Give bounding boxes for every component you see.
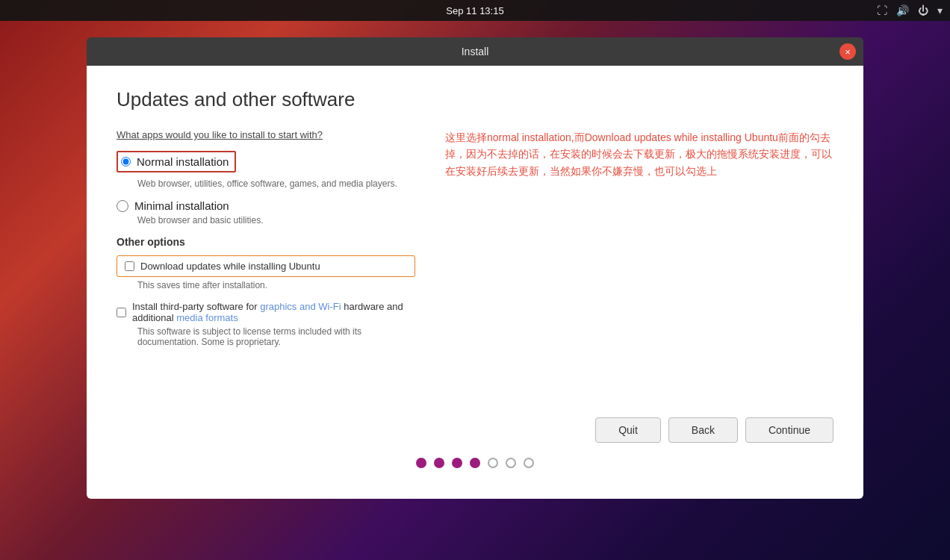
quit-button[interactable]: Quit [595,417,661,443]
dialog-titlebar: Install × [87,37,863,66]
dialog-content: What apps would you like to install to s… [117,129,833,358]
dialog-body: Updates and other software What apps wou… [87,66,863,499]
pagination-dot-4 [470,458,480,468]
topbar-datetime: Sep 11 13:15 [446,5,503,16]
apps-section-label: What apps would you like to install to s… [117,129,415,140]
download-updates-checkbox[interactable] [125,261,134,271]
minimal-install-option: Minimal installation [117,199,415,212]
pagination-dot-5 [488,458,498,468]
continue-button[interactable]: Continue [745,417,833,443]
pagination-dot-6 [506,458,516,468]
third-party-option: Install third-party software for graphic… [117,301,415,323]
media-formats-link[interactable]: media formats [176,312,238,323]
left-column: What apps would you like to install to s… [117,129,415,358]
power-icon[interactable]: ⏻ [918,4,928,16]
page-title: Updates and other software [117,88,833,111]
normal-install-box: Normal installation [117,151,236,172]
pagination-dot-7 [524,458,534,468]
annotation-text: 这里选择normal installation,而Download update… [445,129,833,358]
minimal-installation-radio[interactable] [117,200,128,212]
volume-icon[interactable]: 🔊 [896,4,909,16]
pagination-dots [117,458,833,468]
normal-installation-desc: Web browser, utilities, office software,… [137,178,415,189]
normal-installation-radio[interactable] [121,157,131,167]
other-options-heading: Other options [117,236,415,248]
topbar-system-icons: ⛶ 🔊 ⏻ ▾ [877,4,943,16]
download-updates-label[interactable]: Download updates while installing Ubuntu [140,261,320,272]
dialog-title: Install [462,46,489,57]
download-updates-desc: This saves time after installation. [137,280,415,290]
dialog-footer: Quit Back Continue [117,417,833,443]
download-updates-box: Download updates while installing Ubuntu [117,255,415,277]
topbar: Sep 11 13:15 ⛶ 🔊 ⏻ ▾ [0,0,950,21]
pagination-dot-1 [416,458,426,468]
third-party-checkbox[interactable] [117,307,126,318]
close-button[interactable]: × [839,43,856,60]
back-button[interactable]: Back [668,417,738,443]
graphics-wifi-link[interactable]: graphics and Wi-Fi [260,301,341,312]
network-icon[interactable]: ⛶ [877,4,887,16]
install-dialog: Install × Updates and other software Wha… [87,37,863,499]
pagination-dot-3 [452,458,462,468]
chevron-down-icon[interactable]: ▾ [937,4,943,16]
third-party-label[interactable]: Install third-party software for graphic… [132,301,415,323]
minimal-installation-label[interactable]: Minimal installation [134,199,229,212]
datetime-label: Sep 11 13:15 [446,5,503,16]
third-party-desc: This software is subject to license term… [137,326,415,347]
third-party-label-start: Install third-party software for [132,301,260,312]
minimal-installation-desc: Web browser and basic utilities. [137,215,415,225]
normal-installation-label[interactable]: Normal installation [137,155,229,168]
pagination-dot-2 [434,458,444,468]
